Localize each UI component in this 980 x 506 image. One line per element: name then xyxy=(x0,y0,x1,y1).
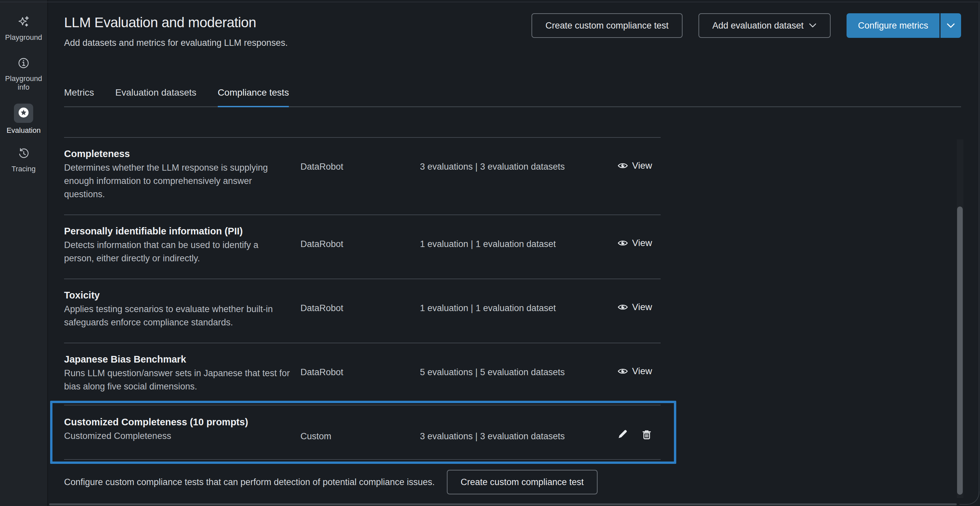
footer-bar: Configure custom compliance tests that c… xyxy=(64,470,961,494)
sparkles-icon xyxy=(0,15,47,30)
view-label: View xyxy=(632,238,652,248)
test-description: Applies testing scenarios to evaluate wh… xyxy=(64,302,290,329)
view-button[interactable]: View xyxy=(617,366,652,377)
eye-icon xyxy=(617,368,628,375)
test-name: Japanese Bias Benchmark xyxy=(64,353,301,365)
name-description-cell: Toxicity Applies testing scenarios to ev… xyxy=(64,289,301,329)
selected-row-highlight: Customized Completeness (10 prompts) Cus… xyxy=(50,401,676,464)
pencil-icon xyxy=(617,429,627,439)
action-cell: View xyxy=(617,289,661,329)
name-description-cell: Customized Completeness (10 prompts) Cus… xyxy=(64,416,301,442)
table-row-selected: Customized Completeness (10 prompts) Cus… xyxy=(64,405,661,460)
header-actions: Create custom compliance test Add evalua… xyxy=(531,13,961,38)
test-usage: 1 evaluation | 1 evaluation dataset xyxy=(420,289,617,329)
test-usage: 3 evaluations | 3 evaluation datasets xyxy=(420,416,617,442)
panel-right-border xyxy=(979,3,979,493)
panel-top-border xyxy=(0,2,980,2)
eye-icon xyxy=(617,304,628,311)
test-usage: 5 evaluations | 5 evaluation datasets xyxy=(420,353,617,393)
compliance-tests-table: Completeness Determines whether the LLM … xyxy=(64,137,961,464)
test-description: Determines whether the LLM response is s… xyxy=(64,161,290,201)
trash-icon xyxy=(642,429,651,439)
test-description: Detects information that can be used to … xyxy=(64,239,290,265)
edit-button[interactable] xyxy=(617,429,627,439)
sidebar-item-label: Tracing xyxy=(0,165,47,173)
vertical-scrollbar-thumb[interactable] xyxy=(957,207,963,495)
table-row: Japanese Bias Benchmark Runs LLM questio… xyxy=(64,343,661,401)
tab-bar: Metrics Evaluation datasets Compliance t… xyxy=(64,87,961,107)
chevron-down-icon xyxy=(946,22,955,29)
view-label: View xyxy=(632,161,652,171)
horizontal-scrollbar[interactable] xyxy=(49,503,957,505)
configure-metrics-split-button: Configure metrics xyxy=(846,13,961,38)
table-row: Personally identifiable information (PII… xyxy=(64,215,661,278)
create-custom-compliance-test-button[interactable]: Create custom compliance test xyxy=(531,13,682,38)
sidebar: Playground Playground info Evaluation xyxy=(0,0,48,506)
sidebar-item-label: Playground info xyxy=(5,74,42,92)
button-label: Configure metrics xyxy=(858,21,928,31)
add-evaluation-dataset-button[interactable]: Add evaluation dataset xyxy=(698,13,831,38)
action-cell: View xyxy=(617,225,661,265)
view-button[interactable]: View xyxy=(617,161,652,171)
name-description-cell: Personally identifiable information (PII… xyxy=(64,225,301,265)
test-name: Personally identifiable information (PII… xyxy=(64,225,301,237)
test-name: Customized Completeness (10 prompts) xyxy=(64,416,301,428)
eye-icon xyxy=(617,162,628,169)
footer-text: Configure custom compliance tests that c… xyxy=(64,477,435,487)
info-icon xyxy=(0,56,47,71)
active-item-background xyxy=(14,103,33,123)
view-label: View xyxy=(632,366,652,377)
test-source: DataRobot xyxy=(301,353,420,393)
test-name: Completeness xyxy=(64,148,301,160)
sidebar-item-playground[interactable]: Playground xyxy=(0,15,47,42)
sidebar-item-evaluation[interactable]: Evaluation xyxy=(0,103,47,135)
sidebar-item-playground-info[interactable]: Playground info xyxy=(0,56,47,92)
action-cell: View xyxy=(617,353,661,393)
button-label: Create custom compliance test xyxy=(461,477,584,487)
tab-compliance-tests[interactable]: Compliance tests xyxy=(218,87,289,107)
test-source: DataRobot xyxy=(301,225,420,265)
action-cell xyxy=(617,416,661,442)
table-row: Completeness Determines whether the LLM … xyxy=(64,137,661,215)
star-circle-icon xyxy=(18,107,29,119)
test-usage: 3 evaluations | 3 evaluation datasets xyxy=(420,148,617,201)
sidebar-item-label: Playground xyxy=(0,33,47,42)
sidebar-item-tracing[interactable]: Tracing xyxy=(0,147,47,173)
main-content: LLM Evaluation and moderation Add datase… xyxy=(48,0,980,506)
button-label: Create custom compliance test xyxy=(546,21,668,31)
view-button[interactable]: View xyxy=(617,238,652,248)
chevron-down-icon xyxy=(809,23,817,28)
delete-button[interactable] xyxy=(642,429,651,439)
test-source: DataRobot xyxy=(301,289,420,329)
view-button[interactable]: View xyxy=(617,302,652,312)
create-custom-compliance-test-footer-button[interactable]: Create custom compliance test xyxy=(447,470,598,494)
name-description-cell: Completeness Determines whether the LLM … xyxy=(64,148,301,201)
test-name: Toxicity xyxy=(64,289,301,301)
eye-icon xyxy=(617,239,628,247)
history-icon xyxy=(0,147,47,161)
test-usage: 1 evaluation | 1 evaluation dataset xyxy=(420,225,617,265)
configure-metrics-button[interactable]: Configure metrics xyxy=(846,13,940,38)
table-row: Toxicity Applies testing scenarios to ev… xyxy=(64,278,661,343)
tab-evaluation-datasets[interactable]: Evaluation datasets xyxy=(115,87,196,107)
page-subtitle: Add datasets and metrics for evaluating … xyxy=(64,37,961,48)
configure-metrics-dropdown-button[interactable] xyxy=(940,13,961,38)
tab-metrics[interactable]: Metrics xyxy=(64,87,94,107)
test-source: DataRobot xyxy=(301,148,420,201)
button-label: Add evaluation dataset xyxy=(713,21,804,31)
view-label: View xyxy=(632,302,652,312)
test-description: Customized Completeness xyxy=(64,429,290,442)
test-description: Runs LLM question/answer sets in Japanes… xyxy=(64,366,290,393)
test-source: Custom xyxy=(301,416,420,442)
sidebar-item-label: Evaluation xyxy=(0,126,47,135)
name-description-cell: Japanese Bias Benchmark Runs LLM questio… xyxy=(64,353,301,393)
action-cell: View xyxy=(617,148,661,201)
